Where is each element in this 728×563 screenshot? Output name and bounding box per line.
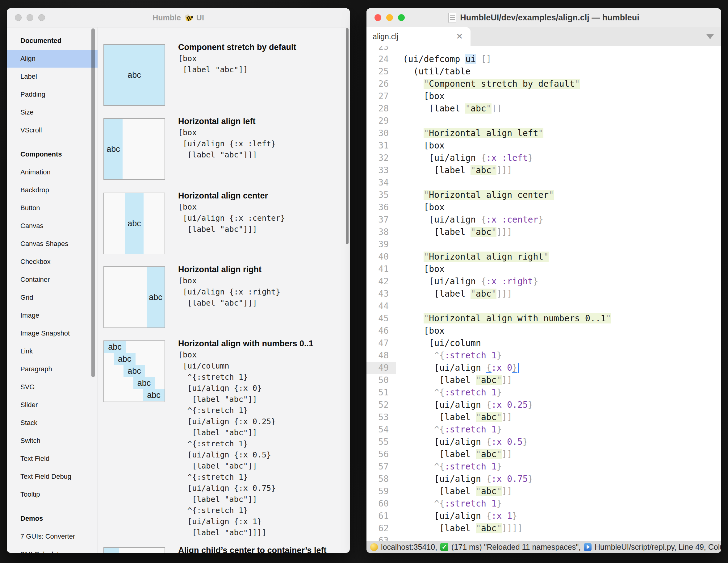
sidebar-item-animation[interactable]: Animation — [7, 163, 98, 181]
close-button[interactable] — [15, 14, 22, 21]
sidebar-item-padding[interactable]: Padding — [7, 85, 98, 103]
code-line-30: 30 "Horizontal align left" — [366, 127, 721, 140]
code-editor[interactable]: 2324(ui/defcomp ui []25 (util/table26 "C… — [366, 46, 721, 541]
bee-icon — [184, 14, 193, 22]
code-token: } — [496, 424, 502, 435]
line-source: "Component stretch by default" — [396, 78, 580, 90]
sidebar-item-paragraph[interactable]: Paragraph — [7, 360, 98, 378]
tab-list-dropdown-icon[interactable] — [706, 34, 714, 39]
code-token: abc — [476, 227, 492, 237]
code-token — [403, 252, 424, 262]
sidebar-item-label[interactable]: Label — [7, 68, 98, 85]
sidebar-item-vscroll[interactable]: VScroll — [7, 121, 98, 139]
line-source: "Horizontal align right" — [396, 251, 549, 263]
zoom-button[interactable] — [38, 14, 45, 21]
tab-close-icon[interactable]: ✕ — [456, 27, 463, 46]
sidebar-item-7-guis-converter[interactable]: 7 GUIs: Converter — [7, 528, 98, 545]
sidebar-item-canvas[interactable]: Canvas — [7, 217, 98, 235]
editor-titlebar[interactable]: HumbleUI/dev/examples/align.clj — humble… — [366, 8, 721, 27]
code-token: } — [496, 387, 502, 398]
line-source: ^{:stretch 1} — [396, 461, 502, 473]
sidebar-scrollbar-thumb[interactable] — [91, 28, 95, 377]
status-text: localhost:35410, — [381, 543, 437, 552]
example-title: Horizontal align left — [178, 116, 350, 127]
sidebar-item-image[interactable]: Image — [7, 307, 98, 324]
minimize-button[interactable] — [27, 14, 33, 21]
sidebar-item-checkbox[interactable]: Checkbox — [7, 253, 98, 271]
code-token: Horizontal align right — [429, 252, 543, 262]
sidebar-item-stack[interactable]: Stack — [7, 414, 98, 432]
code-line-48: 48 ^{:stretch 1} — [366, 349, 721, 362]
tab-bar: align.clj ✕ — [366, 27, 721, 46]
sidebar-item-bmi-calculator[interactable]: BMI Calculator — [7, 545, 98, 553]
sidebar-item-switch[interactable]: Switch — [7, 432, 98, 450]
code-line-45: 45 "Horizontal align with numbers 0..1" — [366, 312, 721, 325]
code-line-34: 34 — [366, 177, 721, 189]
code-token — [486, 350, 492, 361]
line-number: 36 — [366, 201, 396, 214]
sidebar-item-tooltip[interactable]: Tooltip — [7, 486, 98, 503]
line-source: [label "abc"]]]] — [396, 522, 523, 535]
code-token: " — [492, 289, 497, 299]
sidebar-item-text-field[interactable]: Text Field — [7, 450, 98, 468]
sidebar-item-container[interactable]: Container — [7, 271, 98, 289]
sidebar-item-image-snapshot[interactable]: Image Snapshot — [7, 324, 98, 342]
demo-canvas: abc — [103, 44, 165, 106]
code-token: } — [528, 153, 533, 163]
sidebar-group-header-documented: Documented — [7, 32, 98, 50]
sidebar-item-slider[interactable]: Slider — [7, 396, 98, 414]
code-line-37: 37 [ui/align {:x :center} — [366, 214, 721, 226]
sidebar-item-canvas-shapes[interactable]: Canvas Shapes — [7, 235, 98, 253]
code-token: [label — [403, 412, 476, 422]
code-token: [box — [403, 140, 445, 151]
code-line-58: 58 [ui/align {:x 0.75} — [366, 473, 721, 485]
play-icon — [584, 543, 592, 551]
demo-label: abc — [137, 378, 151, 388]
line-number: 61 — [366, 510, 396, 522]
code-token: " — [424, 313, 429, 323]
line-number: 40 — [366, 251, 396, 263]
line-number: 48 — [366, 349, 396, 362]
code-token: 1 — [492, 498, 497, 509]
sidebar-item-backdrop[interactable]: Backdrop — [7, 181, 98, 199]
sidebar-item-size[interactable]: Size — [7, 103, 98, 121]
zoom-button[interactable] — [398, 14, 405, 21]
yellow-circle-icon — [370, 543, 378, 551]
line-number: 50 — [366, 374, 396, 386]
code-token — [486, 498, 492, 509]
line-source: [label "abc"]] — [396, 374, 512, 386]
code-token: [label — [403, 227, 471, 237]
line-source — [396, 177, 403, 189]
left-titlebar[interactable]: Humble UI — [7, 8, 350, 27]
sidebar-item-text-field-debug[interactable]: Text Field Debug — [7, 468, 98, 486]
code-token: :x — [492, 437, 502, 447]
sidebar-item-link[interactable]: Link — [7, 342, 98, 360]
sidebar-item-grid[interactable]: Grid — [7, 289, 98, 307]
line-number: 31 — [366, 140, 396, 152]
code-token: :right — [502, 276, 533, 286]
code-line-27: 27 [box — [366, 90, 721, 102]
sidebar-item-button[interactable]: Button — [7, 199, 98, 217]
minimize-button[interactable] — [386, 14, 393, 21]
code-line-62: 62 [label "abc"]]]] — [366, 522, 721, 535]
code-line-44: 44 — [366, 300, 721, 312]
line-source: ^{:stretch 1} — [396, 498, 502, 510]
code-token: } — [523, 437, 528, 447]
demo-stair-cell: abc — [133, 377, 155, 389]
sidebar-item-svg[interactable]: SVG — [7, 378, 98, 396]
line-number: 25 — [366, 65, 396, 78]
sidebar-item-align[interactable]: Align — [7, 50, 98, 68]
code-token: [label — [403, 289, 471, 299]
code-line-38: 38 [label "abc"]]] — [366, 226, 721, 238]
example-code: [box [ui/align {:x :right} [label "abc"]… — [178, 275, 350, 309]
line-source: (ui/defcomp ui [] — [396, 53, 492, 65]
code-token: :x — [486, 153, 497, 163]
code-token: abc — [471, 103, 486, 114]
line-source — [396, 300, 403, 312]
close-button[interactable] — [374, 14, 381, 21]
line-number: 38 — [366, 226, 396, 238]
code-token: ui — [465, 54, 476, 64]
tab-align-clj[interactable]: align.clj ✕ — [366, 27, 471, 46]
code-line-63: 63 — [366, 535, 721, 541]
code-token: } — [512, 511, 517, 521]
